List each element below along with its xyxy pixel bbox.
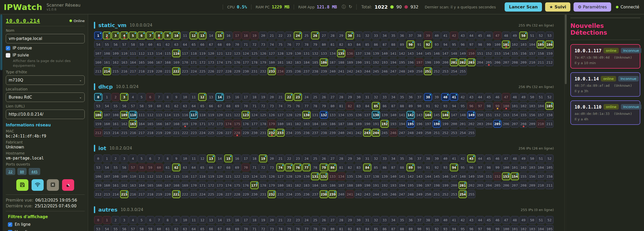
ip-cell-static_vm-140[interactable]: 140 <box>381 49 389 57</box>
ip-cell-iot-2[interactable]: 2 <box>111 155 120 162</box>
ip-cell-static_vm-138[interactable]: 138 <box>363 49 371 57</box>
ip-cell-iot-206[interactable]: 206 <box>502 181 510 189</box>
ip-cell-iot-155[interactable]: 155 <box>519 172 528 180</box>
ip-cell-static_vm-233[interactable]: 233 <box>268 67 276 75</box>
ip-cell-iot-147[interactable]: 147 <box>450 172 458 180</box>
ip-cell-static_vm-37[interactable]: 37 <box>407 32 415 39</box>
ip-cell-iot-254[interactable]: 254 <box>459 190 467 198</box>
ip-cell-static_vm-136[interactable]: 136 <box>346 49 354 57</box>
ip-cell-static_vm-141[interactable]: 141 <box>389 49 397 57</box>
ip-cell-dhcp-160[interactable]: 160 <box>103 120 111 128</box>
ip-cell-static_vm-87[interactable]: 87 <box>381 40 389 48</box>
ip-cell-iot-14[interactable]: 14 <box>216 155 224 162</box>
ip-cell-iot-32[interactable]: 32 <box>372 155 380 162</box>
ip-cell-autres-72[interactable]: 72 <box>259 225 267 231</box>
ip-cell-iot-48[interactable]: 48 <box>511 155 519 162</box>
ip-cell-static_vm-198[interactable]: 198 <box>424 58 432 66</box>
ip-cell-dhcp-249[interactable]: 249 <box>415 129 423 137</box>
ip-cell-iot-44[interactable]: 44 <box>476 155 484 162</box>
ip-cell-iot-238[interactable]: 238 <box>320 190 328 198</box>
ip-cell-iot-236[interactable]: 236 <box>302 190 311 198</box>
ip-cell-iot-36[interactable]: 36 <box>407 155 415 162</box>
ip-cell-autres-5[interactable]: 5 <box>138 216 146 224</box>
ip-cell-iot-28[interactable]: 28 <box>337 155 345 162</box>
ip-cell-static_vm-71[interactable]: 71 <box>242 40 250 48</box>
ip-cell-autres-76[interactable]: 76 <box>294 225 302 231</box>
ip-cell-iot-119[interactable]: 119 <box>207 172 215 180</box>
ip-cell-dhcp-253[interactable]: 253 <box>450 129 458 137</box>
ip-cell-dhcp-177[interactable]: 177 <box>250 120 258 128</box>
ip-cell-dhcp-47[interactable]: 47 <box>502 93 510 101</box>
ip-cell-dhcp-102[interactable]: 102 <box>519 102 528 110</box>
ip-cell-dhcp-69[interactable]: 69 <box>233 102 241 110</box>
ip-cell-static_vm-241[interactable]: 241 <box>337 67 345 75</box>
ip-cell-dhcp-139[interactable]: 139 <box>381 111 389 119</box>
ip-cell-static_vm-121[interactable]: 121 <box>216 49 224 57</box>
ip-cell-static_vm-242[interactable]: 242 <box>346 67 354 75</box>
ip-cell-autres-69[interactable]: 69 <box>233 225 241 231</box>
ip-cell-dhcp-10[interactable]: 10 <box>181 93 189 101</box>
ip-cell-dhcp-156[interactable]: 156 <box>528 111 536 119</box>
ip-cell-dhcp-144[interactable]: 144 <box>424 111 432 119</box>
ip-cell-autres-58[interactable]: 58 <box>138 225 146 231</box>
ip-cell-dhcp-205[interactable]: 205 <box>493 120 501 128</box>
ip-cell-static_vm-23[interactable]: 23 <box>285 32 293 39</box>
ip-cell-dhcp-14[interactable]: 14 <box>216 93 224 101</box>
ip-cell-static_vm-130[interactable]: 130 <box>294 49 302 57</box>
ip-cell-static_vm-236[interactable]: 236 <box>294 67 302 75</box>
ip-cell-static_vm-243[interactable]: 243 <box>354 67 363 75</box>
ip-cell-iot-83[interactable]: 83 <box>354 163 363 171</box>
ip-cell-dhcp-252[interactable]: 252 <box>441 129 449 137</box>
ip-cell-dhcp-26[interactable]: 26 <box>320 93 328 101</box>
ip-cell-static_vm-132[interactable]: 132 <box>311 49 319 57</box>
ip-cell-iot-50[interactable]: 50 <box>528 155 536 162</box>
ip-cell-iot-95[interactable]: 95 <box>459 163 467 171</box>
ip-cell-autres-101[interactable]: 101 <box>511 225 519 231</box>
ip-cell-static_vm-96[interactable]: 96 <box>459 40 467 48</box>
ip-cell-static_vm-199[interactable]: 199 <box>433 58 441 66</box>
ip-cell-static_vm-223[interactable]: 223 <box>181 67 189 75</box>
save-button[interactable] <box>16 179 28 191</box>
ip-cell-iot-229[interactable]: 229 <box>242 190 250 198</box>
ip-cell-static_vm-44[interactable]: 44 <box>467 32 475 39</box>
ip-cell-iot-202[interactable]: 202 <box>467 181 475 189</box>
ip-cell-iot-33[interactable]: 33 <box>381 155 389 162</box>
ip-cell-static_vm-89[interactable]: 89 <box>398 40 406 48</box>
ip-cell-static_vm-95[interactable]: 95 <box>450 40 458 48</box>
ip-cell-dhcp-8[interactable]: 8 <box>164 93 172 101</box>
ip-cell-iot-51[interactable]: 51 <box>537 155 545 162</box>
main-scrollbar[interactable] <box>564 14 567 231</box>
ip-cell-iot-216[interactable]: 216 <box>129 190 137 198</box>
ip-cell-static_vm-106[interactable]: 106 <box>545 40 554 48</box>
ip-cell-autres-57[interactable]: 57 <box>129 225 137 231</box>
ip-cell-dhcp-133[interactable]: 133 <box>328 111 337 119</box>
ip-cell-iot-179[interactable]: 179 <box>268 181 276 189</box>
ip-cell-iot-63[interactable]: 63 <box>181 163 189 171</box>
ip-cell-autres-79[interactable]: 79 <box>320 225 328 231</box>
ip-cell-static_vm-195[interactable]: 195 <box>398 58 406 66</box>
ip-cell-dhcp-67[interactable]: 67 <box>216 102 224 110</box>
ip-cell-static_vm-169[interactable]: 169 <box>172 58 180 66</box>
ip-cell-autres-68[interactable]: 68 <box>224 225 232 231</box>
ip-cell-dhcp-89[interactable]: 89 <box>407 102 415 110</box>
ip-cell-iot-91[interactable]: 91 <box>424 163 432 171</box>
ip-cell-iot-18[interactable]: 18 <box>250 155 258 162</box>
ip-cell-iot-4[interactable]: 4 <box>129 155 137 162</box>
ip-cell-iot-162[interactable]: 162 <box>120 181 128 189</box>
ip-cell-dhcp-99[interactable]: 99 <box>493 102 501 110</box>
ip-cell-dhcp-62[interactable]: 62 <box>172 102 180 110</box>
ip-cell-iot-158[interactable]: 158 <box>545 172 554 180</box>
ip-cell-autres-4[interactable]: 4 <box>129 216 137 224</box>
ip-cell-autres-85[interactable]: 85 <box>372 225 380 231</box>
ip-cell-iot-212[interactable]: 212 <box>94 190 102 198</box>
ip-cell-static_vm-205[interactable]: 205 <box>485 58 493 66</box>
ip-cell-dhcp-46[interactable]: 46 <box>493 93 501 101</box>
ip-cell-dhcp-136[interactable]: 136 <box>354 111 363 119</box>
launch-scan-button[interactable]: Lancer Scan <box>505 2 542 12</box>
ip-cell-dhcp-3[interactable]: 3 <box>120 93 128 101</box>
ip-cell-iot-25[interactable]: 25 <box>311 155 319 162</box>
ip-cell-iot-141[interactable]: 141 <box>398 172 406 180</box>
ip-cell-static_vm-178[interactable]: 178 <box>250 58 258 66</box>
ip-cell-autres-81[interactable]: 81 <box>337 225 345 231</box>
ip-cell-autres-74[interactable]: 74 <box>276 225 285 231</box>
